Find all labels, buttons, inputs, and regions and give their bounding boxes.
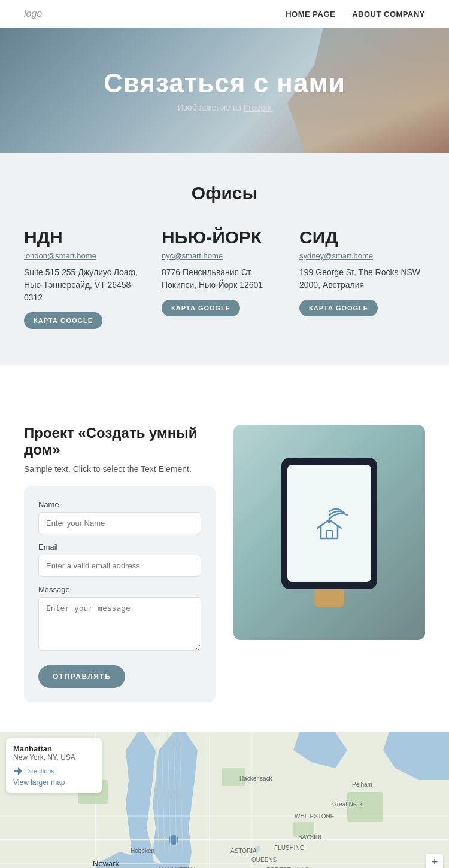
offices-grid: НДН london@smart.home Suite 515 255 Джул…: [24, 227, 425, 329]
office-card-sid: СИД sydney@smart.home 199 George St, The…: [299, 227, 425, 329]
directions-button[interactable]: Directions: [13, 766, 54, 776]
map-label-greatneck: Great Neck: [332, 801, 363, 808]
contact-project-title: Проект «Создать умный дом»: [24, 425, 216, 458]
form-label-name: Name: [38, 500, 201, 509]
map-info-box: Manhattan New York, NY, USA Directions V…: [6, 738, 102, 793]
offices-title: Офисы: [24, 183, 425, 203]
office-city-nyc: НЬЮ-ЙОРК: [162, 227, 287, 248]
hero-section: Связаться с нами Изображение из Freepik: [0, 28, 449, 153]
svg-rect-1: [326, 531, 332, 538]
map-info-state: New York, NY, USA: [13, 753, 95, 762]
hero-title: Связаться с нами: [104, 68, 345, 98]
office-card-nyc: НЬЮ-ЙОРК nyc@smart.home 8776 Пенсильвани…: [162, 227, 287, 329]
form-group-email: Email: [38, 543, 201, 577]
map-label-hoboken: Hoboken: [131, 848, 154, 854]
contact-right: [233, 425, 425, 640]
contact-grid: Проект «Создать умный дом» Sample text. …: [24, 425, 425, 702]
submit-button[interactable]: ОТПРАВЛЯТЬ: [38, 665, 125, 688]
map-label-bayside: BAYSIDE: [298, 834, 324, 840]
contact-image: [233, 425, 425, 640]
contact-left: Проект «Создать умный дом» Sample text. …: [24, 425, 216, 702]
map-zoom-controls: + −: [426, 854, 443, 868]
office-address-sid: 199 George St, The Rocks NSW 2000, Австр…: [299, 266, 425, 291]
map-info-city: Manhattan: [13, 744, 95, 753]
name-input[interactable]: [38, 512, 201, 534]
map-info-row: Directions: [13, 766, 95, 776]
office-address-ndn: Suite 515 255 Джулиус Лоаф, Нью-Тэннерса…: [24, 266, 150, 304]
hero-content: Связаться с нами Изображение из Freepik: [104, 68, 345, 112]
map-label-newark: Newark: [93, 859, 119, 868]
office-map-btn-sid[interactable]: КАРТА GOOGLE: [299, 300, 378, 316]
email-input[interactable]: [38, 555, 201, 577]
offices-section: Офисы НДН london@smart.home Suite 515 25…: [0, 153, 449, 365]
logo: logo: [24, 8, 42, 19]
tablet-illustration: [281, 458, 377, 589]
hero-subtitle: Изображение из Freepik: [104, 103, 345, 112]
directions-icon: [13, 766, 23, 776]
office-map-btn-ndn[interactable]: КАРТА GOOGLE: [24, 312, 102, 329]
nav-link-about[interactable]: ABOUT COMPANY: [352, 10, 425, 19]
form-group-name: Name: [38, 500, 201, 534]
map-label-queens: QUEENS: [251, 857, 277, 863]
map-section: Google New York MANHATTAN Newark Hoboken…: [0, 732, 449, 868]
contact-section: Проект «Создать умный дом» Sample text. …: [0, 395, 449, 732]
office-city-sid: СИД: [299, 227, 425, 248]
map-label-pelham: Pelham: [352, 781, 372, 788]
map-label-flushing: FLUSHING: [274, 845, 305, 851]
office-address-nyc: 8776 Пенсильвания Ст. Покипси, Нью-Йорк …: [162, 266, 287, 291]
office-email-nyc[interactable]: nyc@smart.home: [162, 251, 287, 260]
office-card-ndn: НДН london@smart.home Suite 515 255 Джул…: [24, 227, 150, 329]
house-wifi-icon: [305, 500, 353, 547]
map-label-hackensack: Hackensack: [239, 775, 272, 782]
contact-form-card: Name Email Message ОТПРАВЛЯТЬ: [24, 486, 216, 702]
zoom-in-button[interactable]: +: [426, 854, 443, 868]
nav-link-home[interactable]: HOME PAGE: [286, 10, 335, 19]
view-larger-map-link[interactable]: View larger map: [13, 778, 95, 787]
form-label-email: Email: [38, 543, 201, 552]
navbar: logo HOME PAGE ABOUT COMPANY: [0, 0, 449, 28]
office-city-ndn: НДН: [24, 227, 150, 248]
office-email-ndn[interactable]: london@smart.home: [24, 251, 150, 260]
map-label-astoria: ASTORIA: [230, 848, 257, 854]
tablet-stand: [314, 589, 344, 607]
message-textarea[interactable]: [38, 597, 201, 651]
office-map-btn-nyc[interactable]: КАРТА GOOGLE: [162, 300, 240, 316]
contact-form: Name Email Message ОТПРАВЛЯТЬ: [38, 500, 201, 688]
map-label-whitestone: WHITESTONE: [295, 813, 334, 820]
tablet-screen: [287, 465, 371, 582]
form-label-message: Message: [38, 585, 201, 594]
contact-sample-text: Sample text. Click to select the Text El…: [24, 464, 216, 474]
form-group-message: Message: [38, 585, 201, 653]
nav-links: HOME PAGE ABOUT COMPANY: [286, 10, 425, 19]
office-email-sid[interactable]: sydney@smart.home: [299, 251, 425, 260]
